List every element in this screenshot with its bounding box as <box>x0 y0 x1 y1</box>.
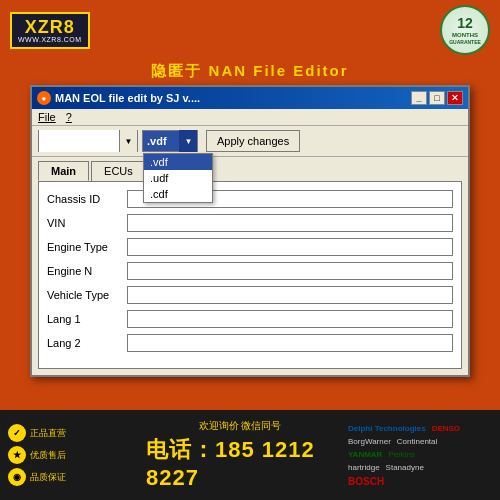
brand-row-3: YANMAR Perkins <box>348 450 492 459</box>
menu-bar: File ? <box>32 109 468 126</box>
brand-yanmar: YANMAR <box>348 450 382 459</box>
brand-perkins: Perkins <box>388 450 415 459</box>
input-engine-type[interactable] <box>127 238 453 256</box>
form-row-vin: VIN <box>47 214 453 232</box>
brand-row-2: BorgWarner Continental <box>348 437 492 446</box>
logo-text: XZR8 <box>25 18 75 36</box>
brand-row-1: Delphi Technologies DENSO <box>348 424 492 433</box>
form-row-vehicle-type: Vehicle Type <box>47 286 453 304</box>
brand-continental: Continental <box>397 437 437 446</box>
logo-area: XZR8 WWW.XZR8.COM <box>10 12 90 49</box>
extension-dropdown[interactable]: .vdf ▼ .vdf .udf .cdf <box>142 130 198 152</box>
ext-option-cdf[interactable]: .cdf <box>144 186 212 202</box>
input-lang2[interactable] <box>127 334 453 352</box>
logo-box: XZR8 WWW.XZR8.COM <box>10 12 90 49</box>
badge-service: ★ 优质售后 <box>8 446 132 464</box>
hotline-label: 欢迎询价 微信同号 <box>199 419 282 433</box>
brand-delphi: Delphi Technologies <box>348 424 426 433</box>
form-row-engine-n: Engine N <box>47 262 453 280</box>
label-vin: VIN <box>47 217 127 229</box>
guarantee-badge: 12 MONTHS GUARANTEE <box>440 5 490 55</box>
label-engine-type: Engine Type <box>47 241 127 253</box>
file-path-input[interactable] <box>39 130 119 152</box>
ext-option-vdf[interactable]: .vdf <box>144 154 212 170</box>
guarantee-months-label: MONTHS <box>452 32 478 39</box>
extension-arrow[interactable]: ▼ <box>179 130 197 152</box>
minimize-button[interactable]: _ <box>411 91 427 105</box>
menu-file[interactable]: File <box>38 111 56 123</box>
ext-option-udf[interactable]: .udf <box>144 170 212 186</box>
phone-number: 电话：185 1212 8227 <box>146 435 334 491</box>
apply-changes-button[interactable]: Apply changes <box>206 130 300 152</box>
input-vin[interactable] <box>127 214 453 232</box>
quality-icon: ◉ <box>8 468 26 486</box>
tab-ecus[interactable]: ECUs <box>91 161 146 181</box>
guarantee-months: 12 <box>457 15 473 32</box>
file-path-arrow[interactable]: ▼ <box>119 130 137 152</box>
logo-url: WWW.XZR8.COM <box>18 36 82 43</box>
toolbar: ▼ .vdf ▼ .vdf .udf .cdf Apply changes <box>32 126 468 157</box>
form-area: Chassis ID VIN Engine Type Engine N Vehi… <box>38 181 462 369</box>
form-row-lang1: Lang 1 <box>47 310 453 328</box>
dialog-window: ● MAN EOL file edit by SJ v.... _ □ ✕ Fi… <box>30 85 470 377</box>
brand-borgwarner: BorgWarner <box>348 437 391 446</box>
form-row-engine-type: Engine Type <box>47 238 453 256</box>
authentic-icon: ✓ <box>8 424 26 442</box>
form-row-chassis: Chassis ID <box>47 190 453 208</box>
window-controls: _ □ ✕ <box>411 91 463 105</box>
guarantee-label: GUARANTEE <box>449 39 481 45</box>
quality-label: 品质保证 <box>30 471 66 484</box>
top-header: XZR8 WWW.XZR8.COM 12 MONTHS GUARANTEE <box>0 0 500 60</box>
brand-row-4: hartridge Stanadyne <box>348 463 492 472</box>
window-titlebar: ● MAN EOL file edit by SJ v.... _ □ ✕ <box>32 87 468 109</box>
brand-denso: DENSO <box>432 424 460 433</box>
bottom-left: ✓ 正品直营 ★ 优质售后 ◉ 品质保证 <box>0 410 140 500</box>
label-lang1: Lang 1 <box>47 313 127 325</box>
badge-quality: ◉ 品质保证 <box>8 468 132 486</box>
brand-stanadyne: Stanadyne <box>386 463 424 472</box>
label-vehicle-type: Vehicle Type <box>47 289 127 301</box>
brand-hartridge: hartridge <box>348 463 380 472</box>
tab-main[interactable]: Main <box>38 161 89 181</box>
label-lang2: Lang 2 <box>47 337 127 349</box>
window-title-text: MAN EOL file edit by SJ v.... <box>55 92 200 104</box>
extension-value: .vdf <box>143 135 179 147</box>
service-icon: ★ <box>8 446 26 464</box>
input-engine-n[interactable] <box>127 262 453 280</box>
brand-row-5: BOSCH <box>348 476 492 487</box>
label-engine-n: Engine N <box>47 265 127 277</box>
bottom-center: 欢迎询价 微信同号 电话：185 1212 8227 <box>140 410 340 500</box>
brand-bosch: BOSCH <box>348 476 384 487</box>
file-path-dropdown[interactable]: ▼ <box>38 130 138 152</box>
window-app-icon: ● <box>37 91 51 105</box>
bottom-bar: ✓ 正品直营 ★ 优质售后 ◉ 品质保证 欢迎询价 微信同号 电话：185 12… <box>0 410 500 500</box>
authentic-label: 正品直营 <box>30 427 66 440</box>
menu-help[interactable]: ? <box>66 111 72 123</box>
extension-popup: .vdf .udf .cdf <box>143 153 213 203</box>
input-vehicle-type[interactable] <box>127 286 453 304</box>
badge-authentic: ✓ 正品直营 <box>8 424 132 442</box>
close-button[interactable]: ✕ <box>447 91 463 105</box>
label-chassis-id: Chassis ID <box>47 193 127 205</box>
page-title: 隐匿于 NAN File Editor <box>0 60 500 85</box>
form-row-lang2: Lang 2 <box>47 334 453 352</box>
bottom-brands: Delphi Technologies DENSO BorgWarner Con… <box>340 410 500 500</box>
input-lang1[interactable] <box>127 310 453 328</box>
tabs-bar: Main ECUs EOL <box>32 157 468 181</box>
service-label: 优质售后 <box>30 449 66 462</box>
window-title-left: ● MAN EOL file edit by SJ v.... <box>37 91 200 105</box>
maximize-button[interactable]: □ <box>429 91 445 105</box>
